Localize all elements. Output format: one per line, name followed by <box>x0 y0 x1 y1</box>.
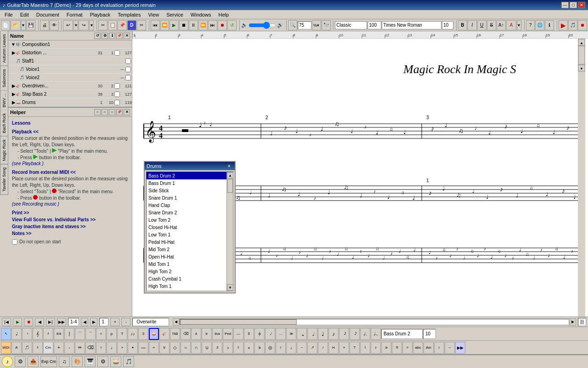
track-pin[interactable]: 📌 <box>116 33 123 39</box>
hscroll-track[interactable] <box>180 319 569 325</box>
harmon[interactable]: ◇ <box>170 342 180 354</box>
notes-section[interactable]: Notes >> <box>12 231 128 236</box>
status-mode2[interactable]: - <box>121 318 130 326</box>
track-info[interactable]: ℹ <box>109 33 115 39</box>
drum-item-handclap[interactable]: Hand Clap <box>147 201 226 209</box>
dotdot-note[interactable]: ♩.. <box>371 328 381 340</box>
font-input[interactable] <box>382 21 441 29</box>
redo-button[interactable]: ↪ <box>79 20 89 30</box>
chord3-btn[interactable]: Am <box>424 342 434 354</box>
drum-item-openhihat[interactable]: Open Hi-Hat <box>147 253 226 260</box>
close-button[interactable]: ✕ <box>578 2 585 8</box>
string-pos[interactable]: ○ <box>181 342 191 354</box>
bow-dn[interactable]: ∩ <box>191 342 201 354</box>
menu-help[interactable]: Help <box>215 11 232 18</box>
distortion-check[interactable] <box>114 50 120 56</box>
status-mode[interactable]: + <box>110 318 119 326</box>
16th-note[interactable]: 𝅘𝅥𝅯 <box>339 328 349 340</box>
eighth-note[interactable]: ♪ <box>328 328 339 340</box>
redo-dropdown[interactable]: ▾ <box>89 20 94 30</box>
do-not-open-check[interactable] <box>12 239 17 245</box>
tab-taveler[interactable]: Taveler Song <box>0 164 8 195</box>
articulation-tool[interactable]: ∧ <box>191 328 201 340</box>
audio-note-icon[interactable]: ♪ <box>2 356 13 367</box>
natural[interactable]: ♮ <box>233 342 243 354</box>
play2-button[interactable]: ▶ <box>559 20 568 30</box>
color-dropdown[interactable]: ▾ <box>517 20 521 30</box>
track-row-overdriven[interactable]: ▶ 🎸 Overdriven... 30 2 121 <box>8 82 132 90</box>
drum2-icon[interactable]: 🥁 <box>110 356 121 367</box>
dbl-arr[interactable]: » <box>381 342 391 354</box>
exp-cm-icon[interactable]: Exp Cm <box>40 356 57 367</box>
drum-item-crashcymbal1[interactable]: Crash Cymbal 1 <box>147 275 226 282</box>
trill2[interactable]: tr <box>159 342 170 354</box>
paste-special[interactable]: D <box>127 20 136 30</box>
paste-button[interactable]: 📌 <box>118 20 127 30</box>
track-row-staff1[interactable]: 🎵 Staff1 <box>8 57 132 65</box>
staccato[interactable]: • <box>128 342 138 354</box>
stem-up[interactable]: ↑ <box>96 342 106 354</box>
helper-btn1[interactable]: ○ <box>94 109 101 115</box>
resize-btn[interactable]: ↔ <box>445 342 455 354</box>
tab-salomons[interactable]: Salomons <box>0 66 8 91</box>
32nd-note[interactable]: 𝅘𝅥𝅰 <box>350 328 360 340</box>
italic-button[interactable]: I <box>468 20 477 30</box>
vib-btn[interactable]: ~ <box>297 342 307 354</box>
tab-bwv[interactable]: BWV ... <box>0 91 8 111</box>
sel-tool[interactable]: ↖ <box>1 328 11 340</box>
zoom-in[interactable]: %▾ <box>312 20 321 30</box>
status-rewind[interactable]: |◀ <box>2 318 11 326</box>
tuplet-tool[interactable]: 3 <box>138 328 148 340</box>
track-row-composition[interactable]: ▼ 🎼 Composition1 <box>8 40 132 49</box>
hscroll-thumb[interactable] <box>180 319 297 325</box>
track-row-voice1[interactable]: 🎵 Voice1 — <box>8 65 132 74</box>
save-button[interactable]: 💾 <box>26 20 35 30</box>
underline-button[interactable]: U <box>477 20 486 30</box>
print-preview[interactable]: 👁 <box>50 20 59 30</box>
ped-tool[interactable]: Ped <box>223 328 233 340</box>
art-harm[interactable]: ◎ <box>265 342 275 354</box>
undo-dropdown[interactable]: ▾ <box>74 20 78 30</box>
drums-scroll-thumb[interactable] <box>227 179 233 193</box>
help-button[interactable]: ? <box>526 20 535 30</box>
hpull-btn[interactable]: H <box>328 342 339 354</box>
drums-scroll-down[interactable]: ▼ <box>227 284 233 291</box>
tab-magic-rock[interactable]: Magic Rock <box>0 137 8 164</box>
view-full-section[interactable]: View Full Score vs. Individual Parts >> <box>12 217 128 222</box>
chord-tool[interactable]: ♪♪ <box>128 328 138 340</box>
menu-service[interactable]: Service <box>163 11 187 18</box>
drum-item-pedalhihat[interactable]: Pedal Hi-Hat <box>147 238 226 246</box>
status-prev[interactable]: ◀ <box>81 318 88 326</box>
grace-tool[interactable]: 𝅘𝅥𝅮 <box>265 328 275 340</box>
finger-btn[interactable]: i <box>434 342 444 354</box>
metronome-icon[interactable]: 🎵 <box>123 356 134 367</box>
note-tool[interactable]: ♩ <box>11 328 22 340</box>
stop-button[interactable]: ⏹ <box>179 20 188 30</box>
copy-button[interactable]: 📋 <box>108 20 117 30</box>
menu-playback[interactable]: Playback <box>86 11 114 18</box>
more-tool[interactable]: ... <box>276 328 286 340</box>
track-row-voice2[interactable]: 🎵 Voice2 — <box>8 74 132 82</box>
eraser-btn[interactable]: ⌫ <box>85 342 96 354</box>
status-next[interactable]: ▶ <box>90 318 97 326</box>
sharp[interactable]: ♯ <box>212 342 222 354</box>
helper-close[interactable]: ✕ <box>124 109 130 115</box>
settings2-icon[interactable]: ⚙ <box>97 356 108 367</box>
tab-autumn-leaves[interactable]: Autumn Leaves <box>0 31 8 66</box>
drum-item-lowtom2[interactable]: Low Tom 2 <box>147 216 226 224</box>
drums-list[interactable]: Bass Drum 2 Bass Drum 1 Side Stick Snare… <box>146 172 233 291</box>
open-dropdown[interactable]: ▾ <box>21 20 26 30</box>
menu-format[interactable]: Format <box>63 11 86 18</box>
flat[interactable]: ♭ <box>223 342 233 354</box>
bold-button[interactable]: B <box>458 20 467 30</box>
status-rewind2[interactable]: ◀ <box>35 318 44 326</box>
drum-item-snare1[interactable]: Snare Drum 1 <box>147 194 226 201</box>
note2-icon[interactable]: ♫ <box>59 356 70 367</box>
zoom-input[interactable] <box>298 21 311 29</box>
tenuto[interactable]: — <box>138 342 148 354</box>
status-play[interactable]: ▶ <box>13 318 22 326</box>
maximize-button[interactable]: □ <box>570 2 577 8</box>
superscript-button[interactable]: A↑ <box>497 20 506 30</box>
slide-btn[interactable]: / <box>318 342 328 354</box>
ottava-tool[interactable]: 8va <box>212 328 222 340</box>
